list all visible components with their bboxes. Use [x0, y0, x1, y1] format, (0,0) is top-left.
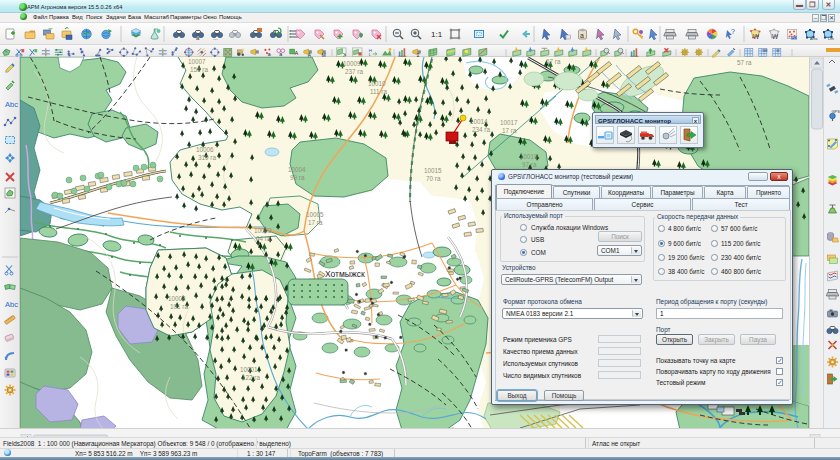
svg-text:10004: 10004: [288, 166, 306, 173]
svg-text:10009: 10009: [343, 60, 361, 67]
svg-text:Abc: Abc: [5, 300, 18, 309]
svg-text:234 га: 234 га: [472, 126, 490, 133]
svg-text:64 га: 64 га: [256, 235, 271, 242]
svg-text:10015: 10015: [424, 167, 442, 174]
svg-text:Len: Len: [828, 37, 834, 41]
svg-text:Хотмыжск: Хотмыжск: [325, 269, 365, 279]
svg-text:a: a: [268, 51, 271, 57]
svg-text:Abc: Abc: [5, 100, 18, 109]
svg-text:97 га: 97 га: [522, 161, 537, 168]
svg-text:10005: 10005: [306, 211, 324, 218]
svg-text:17 га: 17 га: [308, 219, 323, 226]
svg-text:?: ?: [731, 28, 735, 35]
svg-text:Area: Area: [810, 37, 817, 41]
svg-text:a: a: [580, 32, 584, 39]
svg-text:10006: 10006: [196, 146, 214, 153]
svg-text:10014: 10014: [470, 118, 488, 125]
svg-text:NM: NM: [762, 49, 767, 53]
svg-text:10017: 10017: [500, 119, 518, 126]
svg-text:W: W: [772, 33, 779, 40]
svg-text:70 га: 70 га: [426, 175, 441, 182]
svg-text:PO: PO: [791, 36, 796, 40]
svg-text:W: W: [753, 33, 760, 40]
svg-text:10008: 10008: [168, 295, 186, 302]
svg-text:10007: 10007: [188, 58, 206, 65]
svg-text:A: A: [295, 50, 299, 56]
svg-text:1:1: 1:1: [431, 30, 443, 39]
svg-text:...: ...: [213, 35, 218, 41]
svg-text:122 га: 122 га: [242, 374, 260, 381]
svg-text:10019: 10019: [520, 153, 538, 160]
svg-text:156 га: 156 га: [190, 66, 208, 73]
svg-text:17 га: 17 га: [502, 127, 517, 134]
svg-text:57 га: 57 га: [737, 59, 752, 66]
svg-text:67 га: 67 га: [546, 58, 561, 65]
svg-text:10003: 10003: [254, 227, 272, 234]
svg-text:10010: 10010: [368, 80, 386, 87]
svg-text:319 га: 319 га: [198, 154, 216, 161]
svg-text:M: M: [776, 49, 779, 53]
svg-text:111 га: 111 га: [370, 88, 387, 95]
svg-text:2: 2: [417, 53, 420, 58]
svg-text:99 га: 99 га: [290, 174, 305, 181]
svg-text:a: a: [279, 51, 282, 57]
svg-text:M: M: [322, 53, 326, 58]
svg-text:237 га: 237 га: [345, 68, 363, 75]
svg-text:10001: 10001: [240, 366, 258, 373]
svg-text:101 га: 101 га: [170, 303, 188, 310]
